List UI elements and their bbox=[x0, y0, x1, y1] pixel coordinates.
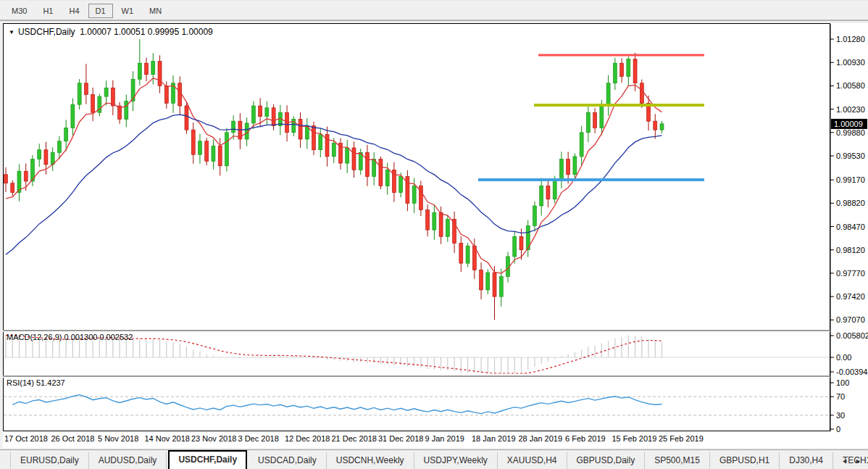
timeframe-buttons: M30H1H4D1W1MN bbox=[4, 4, 169, 18]
tab-gbpusd-h1[interactable]: GBPUSD,H1 bbox=[710, 452, 780, 469]
chart-title: ▼USDCHF,Daily 1.00007 1.00051 0.99995 1.… bbox=[9, 27, 213, 37]
timeframe-button-mn[interactable]: MN bbox=[142, 4, 169, 18]
rsi-current-value: 51.4237 bbox=[36, 378, 65, 387]
timeframe-button-w1[interactable]: W1 bbox=[114, 4, 141, 18]
timeframe-button-h1[interactable]: H1 bbox=[36, 4, 60, 18]
tab-xauusd-h4[interactable]: XAUUSD,H4 bbox=[498, 452, 567, 469]
tab-usdchf-daily[interactable]: USDCHF,Daily bbox=[168, 450, 247, 469]
tab-scroll-arrows: ◄► bbox=[838, 457, 865, 465]
tab-usdcad-daily[interactable]: USDCAD,Daily bbox=[249, 452, 327, 469]
chart-collapse-icon[interactable]: ▼ bbox=[9, 29, 14, 36]
timeframe-button-d1[interactable]: D1 bbox=[88, 4, 113, 18]
tab-audusd-daily[interactable]: AUDUSD,Daily bbox=[89, 452, 167, 469]
tab-scroll-left-icon[interactable]: ◄ bbox=[838, 457, 851, 465]
tab-usdcnh-weekly[interactable]: USDCNH,Weekly bbox=[327, 452, 414, 469]
rsi-name: RSI(14) bbox=[7, 378, 34, 387]
tab-usdjpy-weekly[interactable]: USDJPY,Weekly bbox=[414, 452, 498, 469]
macd-current-values: 0.001300 0.002532 bbox=[64, 333, 133, 341]
rsi-indicator-label: RSI(14) 51.4237 bbox=[7, 378, 65, 387]
chart-ohlc-values: 1.00007 1.00051 0.99995 1.00009 bbox=[80, 27, 213, 37]
tab-sp500-m15[interactable]: SP500,M15 bbox=[645, 452, 710, 469]
tab-dj30-h4[interactable]: DJ30,H4 bbox=[780, 452, 833, 469]
chart-plot-area[interactable] bbox=[3, 23, 830, 431]
tab-eurusd-daily[interactable]: EURUSD,Daily bbox=[10, 452, 89, 469]
tab-scroll-right-icon[interactable]: ► bbox=[851, 457, 865, 465]
macd-indicator-label: MACD(12,26,9) 0.001300 0.002532 bbox=[7, 333, 133, 341]
macd-name: MACD(12,26,9) bbox=[7, 333, 62, 341]
timeframe-toolbar: M30H1H4D1W1MN bbox=[0, 0, 868, 21]
symbol-tabbar: EURUSD,DailyAUDUSD,DailyUSDCHF,DailyUSDC… bbox=[0, 449, 868, 469]
timeframe-button-m30[interactable]: M30 bbox=[4, 4, 34, 18]
chart-symbol-label: USDCHF,Daily bbox=[18, 27, 75, 37]
timeframe-button-h4[interactable]: H4 bbox=[62, 4, 86, 18]
symbol-tabs: EURUSD,DailyAUDUSD,DailyUSDCHF,DailyUSDC… bbox=[0, 450, 868, 469]
tab-gbpusd-daily[interactable]: GBPUSD,Daily bbox=[567, 452, 646, 469]
